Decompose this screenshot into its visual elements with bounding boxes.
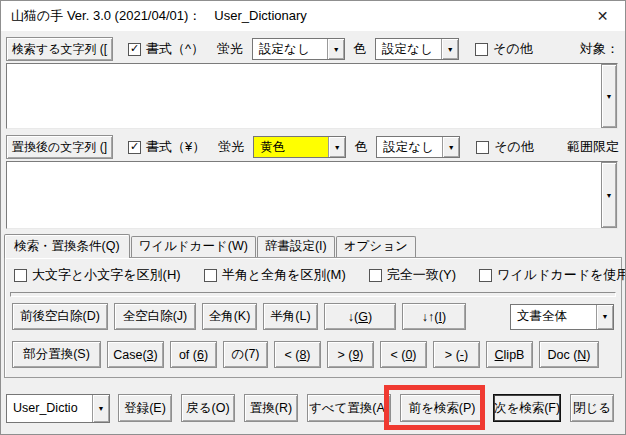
checkbox-box [369,269,382,282]
checkbox-box: ✓ [128,141,141,154]
button-label: Doc ( [547,348,577,362]
greater-than-dash-button[interactable]: > (-) [433,341,480,368]
button-label: ↓( [348,310,358,324]
combo-value: 設定なし [377,137,442,157]
close-button[interactable]: ✕ [580,1,625,31]
search-previous-button[interactable]: 前を検索(P) [400,394,484,422]
button-mnemonic: G [358,310,368,324]
use-wildcard-checkbox[interactable]: ワイルドカードを使用(U) [479,266,626,284]
checkbox-box [204,269,217,282]
search-down-up-button[interactable]: ↓↑(I) [402,303,466,330]
button-label: ) [204,348,208,362]
search-history-dropdown-button[interactable]: ▼ [601,64,617,128]
button-label: すべて置換(A) [309,400,389,417]
search-string-button[interactable]: 検索する文字列 ([ [6,37,113,61]
remove-all-spaces-button[interactable]: 全空白除(J) [114,303,196,330]
close-dialog-button[interactable]: 閉じる [570,394,614,422]
replace-highlight-combo[interactable]: 黄色 ▼ [253,136,346,158]
checkbox-label: 大文字と小文字を区別(H) [32,266,181,284]
back-button[interactable]: 戻る(O) [181,394,235,422]
to-fullwidth-button[interactable]: 全角(K) [202,303,257,330]
dropdown-arrow-icon[interactable]: ▼ [442,137,459,157]
combo-value: 設定なし [376,39,441,59]
combo-value: 文書全体 [511,305,596,329]
search-text-area-wrap: ▼ [6,63,618,129]
dictionary-combo[interactable]: User_Dictio ▼ [6,394,110,423]
check-icon: ✓ [130,141,139,152]
close-icon: ✕ [597,8,609,24]
search-format-checkbox[interactable]: ✓ 書式（^） [128,40,204,58]
tab-label: ワイルドカード(W) [139,238,248,255]
less-than-8-button[interactable]: < (8) [274,341,321,368]
less-than-0-button[interactable]: < (0) [380,341,427,368]
tab-wildcard[interactable]: ワイルドカード(W) [131,236,256,257]
search-color-combo[interactable]: 設定なし ▼ [375,38,459,60]
halfwidth-fullwidth-checkbox[interactable]: 半角と全角を区別(M) [204,266,346,284]
panel-divider [10,292,616,297]
dropdown-arrow-icon[interactable]: ▼ [327,39,344,59]
replace-all-button[interactable]: すべて置換(A) [307,394,391,422]
button-label: lipB [504,348,525,362]
button-label: 登録(E) [124,400,166,417]
button-label: 全角(K) [209,308,251,325]
search-text-area[interactable] [8,65,600,127]
exact-match-checkbox[interactable]: 完全一致(Y) [369,266,456,284]
search-color-label: 色 [353,40,366,58]
search-highlight-label: 蛍光 [217,40,243,58]
case-button[interactable]: Case(3) [107,341,164,368]
of-button[interactable]: of (6) [170,341,217,368]
button-label: 置換(R) [250,400,292,417]
button-mnemonic: C [495,348,504,362]
partial-replace-button[interactable]: 部分置換(S) [12,341,101,368]
case-sensitive-checkbox[interactable]: 大文字と小文字を区別(H) [14,266,181,284]
dropdown-arrow-icon[interactable]: ▼ [92,395,109,422]
replace-string-button[interactable]: 置換後の文字列 (] [6,135,113,159]
to-halfwidth-button[interactable]: 半角(L) [263,303,318,330]
search-highlight-combo[interactable]: 設定なし ▼ [252,38,345,60]
tab-options[interactable]: オプション [336,236,416,257]
dropdown-arrow-icon[interactable]: ▼ [328,137,345,157]
tab-label: 検索・置換条件(Q) [14,238,120,255]
button-label: > ( [337,348,352,362]
scope-combo[interactable]: 文書全体▼ [510,304,614,330]
no-button[interactable]: の(7) [223,341,268,368]
button-label: < ( [284,348,299,362]
replace-color-label: 色 [354,138,367,156]
replace-row: 置換後の文字列 (] ✓ 書式（¥） 蛍光 黄色 ▼ 色 設定なし ▼ その他 … [6,135,619,159]
button-label: 半角(L) [270,308,310,325]
tab-dictionary-settings[interactable]: 辞書設定(I) [257,236,335,257]
dropdown-arrow-icon[interactable]: ▼ [441,39,458,59]
button-label: 前後空白除(D) [20,308,100,325]
tab-bar: 検索・置換条件(Q)ワイルドカード(W)辞書設定(I)オプション [4,234,417,258]
bottom-buttons-group: 登録(E)戻る(O)置換(R)すべて置換(A)前を検索(P)次を検索(F)閉じる [118,394,614,422]
search-other-checkbox[interactable]: その他 [475,40,533,58]
button-label: 全空白除(J) [123,308,188,325]
button-label: ) [464,348,468,362]
replace-text-area[interactable] [8,163,600,227]
checkbox-box [479,269,492,282]
replace-format-checkbox[interactable]: ✓ 書式（¥） [128,138,205,156]
greater-than-9-button[interactable]: > (9) [327,341,374,368]
replace-color-combo[interactable]: 設定なし ▼ [376,136,460,158]
search-row: 検索する文字列 ([ ✓ 書式（^） 蛍光 設定なし ▼ 色 設定なし ▼ その… [6,37,619,61]
replace-highlight-label: 蛍光 [218,138,244,156]
checkbox-box [476,141,489,154]
trim-surrounding-spaces-button[interactable]: 前後空白除(D) [12,303,108,330]
replace-other-checkbox[interactable]: その他 [476,138,534,156]
button-label: ) [306,348,310,362]
target-label: 対象： [580,40,619,58]
button-mnemonic: 8 [299,348,306,362]
check-icon: ✓ [130,43,139,54]
dropdown-arrow-icon[interactable]: ▼ [596,305,613,329]
tab-search-replace-conditions[interactable]: 検索・置換条件(Q) [4,234,130,258]
clipb-button[interactable]: ClipB [486,341,533,368]
button-mnemonic: 3 [147,348,154,362]
doc-button[interactable]: Doc (N) [539,341,599,368]
register-button[interactable]: 登録(E) [118,394,172,422]
replace-button[interactable]: 置換(R) [244,394,298,422]
search-next-button[interactable]: 次を検索(F) [493,394,561,422]
button-label: ) [412,348,416,362]
search-down-button[interactable]: ↓(G) [324,303,396,330]
replace-history-dropdown-button[interactable]: ▼ [601,162,617,228]
combo-value: 設定なし [253,39,327,59]
